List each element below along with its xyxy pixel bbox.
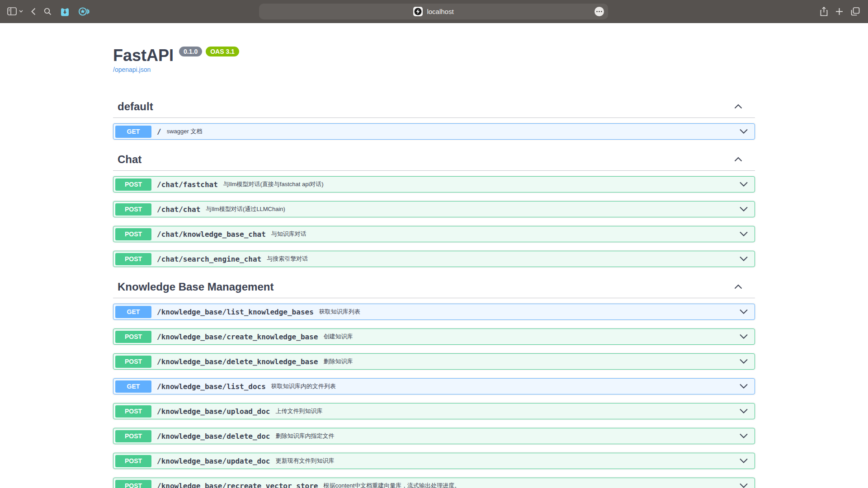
bookmark-arrow-extension-icon: [60, 6, 70, 17]
endpoint-description: 获取知识库内的文件列表: [271, 382, 336, 390]
section-header[interactable]: Knowledge Base Management: [113, 276, 755, 298]
back-chevron-icon: [31, 8, 36, 15]
method-badge: POST: [115, 405, 151, 418]
section-header[interactable]: Chat: [113, 148, 755, 171]
method-badge: POST: [115, 455, 151, 467]
address-bar[interactable]: localhost: [259, 4, 608, 19]
radar-star-extension-icon: [78, 6, 90, 17]
endpoint-row[interactable]: POST /knowledge_base/delete_knowledge_ba…: [113, 353, 755, 370]
expand-chevron-down-icon[interactable]: [739, 433, 748, 439]
endpoint-description: 与知识库对话: [271, 230, 307, 238]
endpoint-row[interactable]: POST /chat/search_engine_chat 与搜索引擎对话: [113, 251, 755, 267]
api-title-text: FastAPI: [113, 46, 174, 65]
section-title: Knowledge Base Management: [118, 280, 274, 293]
url-text: localhost: [427, 8, 453, 15]
method-badge: POST: [115, 228, 151, 240]
expand-chevron-down-icon[interactable]: [739, 334, 748, 339]
endpoint-path: /: [157, 127, 161, 136]
expand-chevron-down-icon[interactable]: [739, 182, 748, 187]
expand-chevron-down-icon[interactable]: [739, 206, 748, 212]
new-tab-button[interactable]: [835, 8, 843, 15]
collapse-chevron-up-icon[interactable]: [734, 103, 742, 111]
endpoint-description: swagger 文档: [167, 127, 203, 136]
endpoint-row[interactable]: POST /knowledge_base/create_knowledge_ba…: [113, 328, 755, 345]
endpoint-path: /knowledge_base/delete_knowledge_base: [157, 357, 318, 366]
section-endpoints: GET /knowledge_base/list_knowledge_bases…: [113, 298, 755, 488]
expand-chevron-down-icon[interactable]: [739, 458, 748, 464]
method-badge: POST: [115, 430, 151, 442]
endpoint-row[interactable]: POST /chat/fastchat 与llm模型对话(直接与fastchat…: [113, 176, 755, 192]
method-badge: POST: [115, 253, 151, 265]
method-badge: GET: [115, 126, 151, 138]
tab-overview-icon: [851, 7, 860, 16]
extension-button-2[interactable]: [78, 6, 90, 17]
expand-chevron-down-icon[interactable]: [739, 256, 748, 262]
sidebar-toggle-button[interactable]: [7, 7, 23, 15]
method-badge: POST: [115, 331, 151, 343]
expand-chevron-down-icon[interactable]: [739, 129, 748, 134]
endpoint-description: 更新现有文件到知识库: [275, 457, 334, 465]
version-badge: 0.1.0: [179, 47, 202, 56]
swagger-page: FastAPI 0.1.0 OAS 3.1 /openapi.json defa…: [104, 23, 764, 488]
method-badge: GET: [115, 380, 151, 393]
endpoint-path: /knowledge_base/delete_doc: [157, 432, 270, 441]
collapse-chevron-up-icon[interactable]: [734, 283, 742, 291]
endpoint-row[interactable]: POST /knowledge_base/update_doc 更新现有文件到知…: [113, 453, 755, 469]
api-sections: default GET / swagger 文档 Chat: [113, 95, 755, 488]
expand-chevron-down-icon[interactable]: [739, 309, 748, 314]
endpoint-description: 上传文件到知识库: [275, 407, 322, 415]
endpoint-path: /knowledge_base/upload_doc: [157, 407, 270, 416]
expand-chevron-down-icon[interactable]: [739, 231, 748, 237]
page-more-button[interactable]: [594, 7, 604, 16]
endpoint-path: /chat/chat: [157, 205, 200, 214]
search-button[interactable]: [44, 8, 52, 15]
endpoint-description: 创建知识库: [323, 333, 353, 341]
endpoint-row[interactable]: GET /knowledge_base/list_knowledge_bases…: [113, 304, 755, 320]
endpoint-path: /knowledge_base/recreate_vector_store: [157, 482, 318, 488]
browser-toolbar: localhost: [0, 0, 868, 23]
openapi-spec-link[interactable]: /openapi.json: [113, 66, 151, 73]
endpoint-path: /knowledge_base/list_docs: [157, 382, 266, 391]
endpoint-path: /chat/fastchat: [157, 180, 218, 189]
page-title: FastAPI 0.1.0 OAS 3.1: [113, 46, 755, 65]
endpoint-row[interactable]: POST /chat/knowledge_base_chat 与知识库对话: [113, 226, 755, 242]
expand-chevron-down-icon[interactable]: [739, 483, 748, 488]
tag-section: Knowledge Base Management GET /knowledge…: [113, 276, 755, 488]
section-endpoints: POST /chat/fastchat 与llm模型对话(直接与fastchat…: [113, 171, 755, 267]
endpoint-row[interactable]: POST /knowledge_base/upload_doc 上传文件到知识库: [113, 403, 755, 419]
endpoint-path: /chat/search_engine_chat: [157, 255, 261, 263]
section-header[interactable]: default: [113, 95, 755, 118]
endpoint-path: /knowledge_base/list_knowledge_bases: [157, 308, 314, 316]
endpoint-description: 与搜索引擎对话: [267, 255, 308, 263]
endpoint-description: 与llm模型对话(通过LLMChain): [206, 205, 285, 213]
expand-chevron-down-icon[interactable]: [739, 408, 748, 414]
method-badge: POST: [115, 356, 151, 368]
endpoint-description: 获取知识库列表: [319, 308, 360, 316]
tag-section: default GET / swagger 文档: [113, 95, 755, 140]
section-endpoints: GET / swagger 文档: [113, 118, 755, 140]
search-icon: [44, 8, 52, 15]
endpoint-row[interactable]: POST /knowledge_base/delete_doc 删除知识库内指定…: [113, 428, 755, 444]
plus-icon: [835, 8, 843, 15]
extension-button-1[interactable]: [60, 6, 70, 17]
endpoint-row[interactable]: POST /knowledge_base/recreate_vector_sto…: [113, 478, 755, 488]
endpoint-description: 删除知识库内指定文件: [275, 432, 334, 440]
tab-overview-button[interactable]: [851, 7, 860, 16]
expand-chevron-down-icon[interactable]: [739, 384, 748, 389]
endpoint-description: 与llm模型对话(直接与fastchat api对话): [223, 180, 324, 188]
back-button[interactable]: [31, 8, 36, 15]
oas-badge: OAS 3.1: [206, 47, 239, 56]
endpoint-path: /chat/knowledge_base_chat: [157, 230, 266, 239]
endpoint-description: 根据content中文档重建向量库，流式输出处理进度。: [323, 482, 460, 488]
endpoint-row[interactable]: POST /chat/chat 与llm模型对话(通过LLMChain): [113, 201, 755, 217]
section-title: Chat: [118, 153, 142, 166]
endpoint-row[interactable]: GET /knowledge_base/list_docs 获取知识库内的文件列…: [113, 378, 755, 394]
tag-section: Chat POST /chat/fastchat 与llm模型对话(直接与fas…: [113, 148, 755, 267]
sidebar-icon: [7, 7, 17, 15]
method-badge: GET: [115, 306, 151, 318]
share-button[interactable]: [820, 7, 828, 16]
endpoint-description: 删除知识库: [323, 357, 353, 366]
collapse-chevron-up-icon[interactable]: [734, 155, 742, 164]
endpoint-row[interactable]: GET / swagger 文档: [113, 123, 755, 140]
expand-chevron-down-icon[interactable]: [739, 359, 748, 364]
